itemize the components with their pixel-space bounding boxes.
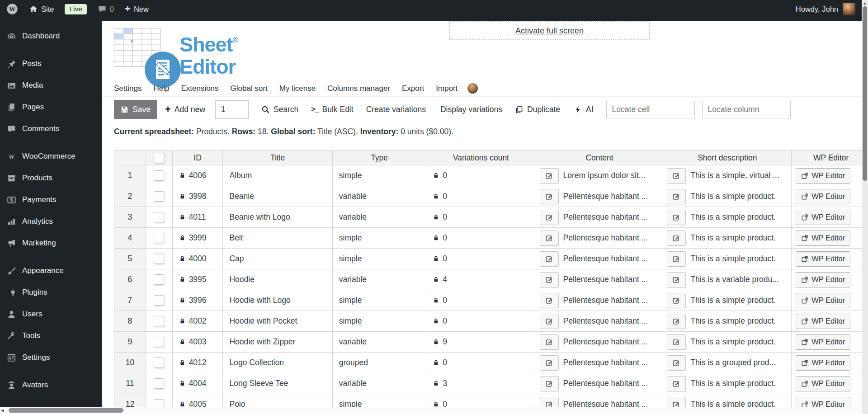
menu-item-my-license[interactable]: My license xyxy=(279,84,316,93)
sidebar-item-woocommerce[interactable]: WooCommerce xyxy=(0,146,102,167)
wp-editor-button[interactable]: WP Editor xyxy=(796,231,850,246)
cell-id[interactable]: 4006 xyxy=(172,165,223,186)
cell-title[interactable]: Long Sleeve Tee xyxy=(223,373,332,394)
cell-content[interactable]: Pellentesque habitant ... xyxy=(536,353,663,373)
edit-short-description-button[interactable] xyxy=(667,334,686,350)
cell-short-description[interactable]: This is a simple product. xyxy=(663,332,792,353)
sidebar-item-dashboard[interactable]: Dashboard xyxy=(0,25,102,47)
cell-variations[interactable]: 0 xyxy=(426,290,536,311)
cell-variations[interactable]: 0 xyxy=(426,353,536,373)
column-header-short-description[interactable]: Short description xyxy=(663,151,792,165)
wp-editor-button[interactable]: WP Editor xyxy=(796,168,850,183)
cell-short-description[interactable]: This is a simple product. xyxy=(663,373,792,394)
column-header-variations-count[interactable]: Variations count xyxy=(426,151,536,165)
edit-content-button[interactable] xyxy=(540,210,559,225)
edit-content-button[interactable] xyxy=(540,272,559,287)
cell-content[interactable]: Pellentesque habitant ... xyxy=(536,207,663,228)
wp-editor-button[interactable]: WP Editor xyxy=(796,189,850,204)
cell-title[interactable]: Hoodie with Logo xyxy=(223,290,332,311)
add-count-input[interactable] xyxy=(215,100,249,119)
new-menu[interactable]: + New xyxy=(125,5,149,14)
wp-editor-button[interactable]: WP Editor xyxy=(796,293,850,308)
search-button[interactable]: Search xyxy=(261,105,298,114)
cell-id[interactable]: 4012 xyxy=(172,353,223,373)
cell-type[interactable]: simple xyxy=(332,228,426,249)
row-checkbox[interactable] xyxy=(154,274,164,285)
column-header-id[interactable]: ID xyxy=(172,151,223,165)
cell-variations[interactable]: 0 xyxy=(426,228,536,249)
cell-content[interactable]: Lorem ipsum dolor sit... xyxy=(536,165,663,186)
cell-short-description[interactable]: This is a simple, virtual ... xyxy=(663,165,792,186)
edit-short-description-button[interactable] xyxy=(667,376,686,391)
up-arrow-icon[interactable]: ▲ xyxy=(862,0,868,6)
row-checkbox[interactable] xyxy=(154,233,164,243)
wp-editor-button[interactable]: WP Editor xyxy=(796,210,850,225)
edit-short-description-button[interactable] xyxy=(667,314,686,329)
cell-id[interactable]: 3996 xyxy=(172,290,223,311)
ai-button[interactable]: AI xyxy=(574,105,594,114)
column-header-rownum[interactable] xyxy=(114,151,146,165)
activate-fullscreen-link[interactable]: Activate full screen xyxy=(515,26,584,36)
menu-item-settings[interactable]: Settings xyxy=(114,84,142,93)
cell-title[interactable]: Beanie with Logo xyxy=(223,207,332,228)
row-checkbox[interactable] xyxy=(154,295,164,306)
menu-item-export[interactable]: Export xyxy=(402,84,424,93)
wp-editor-button[interactable]: WP Editor xyxy=(796,251,850,267)
cell-title[interactable]: Logo Collection xyxy=(223,353,332,373)
sidebar-item-tools[interactable]: Tools xyxy=(0,325,102,347)
menu-item-extensions[interactable]: Extensions xyxy=(181,84,218,93)
cell-short-description[interactable]: This is a simple product. xyxy=(663,249,792,269)
cell-title[interactable]: Hoodie with Pocket xyxy=(223,311,332,332)
edit-content-button[interactable] xyxy=(540,231,559,246)
duplicate-button[interactable]: Duplicate xyxy=(515,105,560,114)
column-header-wp-editor[interactable]: WP Editor xyxy=(792,151,862,165)
menu-item-import[interactable]: Import xyxy=(436,84,458,93)
row-checkbox[interactable] xyxy=(154,212,164,222)
row-checkbox[interactable] xyxy=(154,378,164,389)
row-checkbox[interactable] xyxy=(154,191,164,202)
sidebar-item-appearance[interactable]: Appearance xyxy=(0,260,102,282)
row-checkbox[interactable] xyxy=(154,337,164,347)
cell-type[interactable]: variable xyxy=(332,373,426,394)
account-avatar-small[interactable] xyxy=(467,83,478,94)
cell-title[interactable]: Hoodie with Zipper xyxy=(223,332,332,353)
cell-title[interactable]: Cap xyxy=(223,249,332,269)
cell-content[interactable]: Pellentesque habitant ... xyxy=(536,311,663,332)
row-checkbox[interactable] xyxy=(154,358,164,368)
edit-short-description-button[interactable] xyxy=(667,272,686,287)
wp-editor-button[interactable]: WP Editor xyxy=(796,334,850,350)
cell-short-description[interactable]: This is a grouped prod... xyxy=(663,353,792,373)
edit-short-description-button[interactable] xyxy=(667,355,686,371)
edit-content-button[interactable] xyxy=(540,168,559,183)
cell-variations[interactable]: 0 xyxy=(426,249,536,269)
edit-short-description-button[interactable] xyxy=(667,168,686,183)
cell-content[interactable]: Pellentesque habitant ... xyxy=(536,228,663,249)
sidebar-item-users[interactable]: Users xyxy=(0,303,102,325)
cell-id[interactable]: 4004 xyxy=(172,373,223,394)
locate-cell-input[interactable] xyxy=(606,101,695,118)
cell-id[interactable]: 4011 xyxy=(172,207,223,228)
cell-content[interactable]: Pellentesque habitant ... xyxy=(536,186,663,207)
column-header-title[interactable]: Title xyxy=(223,151,332,165)
row-checkbox[interactable] xyxy=(154,316,164,326)
sidebar-item-media[interactable]: Media xyxy=(0,75,102,96)
cell-title[interactable]: Hoodie xyxy=(223,269,332,290)
sidebar-item-settings[interactable]: Settings xyxy=(0,347,102,368)
edit-content-button[interactable] xyxy=(540,376,559,391)
save-button[interactable]: Save xyxy=(114,100,157,119)
cell-type[interactable]: simple xyxy=(332,165,426,186)
edit-content-button[interactable] xyxy=(540,251,559,267)
sidebar-item-products[interactable]: Products xyxy=(0,167,102,189)
sidebar-item-pages[interactable]: Pages xyxy=(0,96,102,118)
cell-variations[interactable]: 0 xyxy=(426,311,536,332)
cell-content[interactable]: Pellentesque habitant ... xyxy=(536,269,663,290)
menu-item-columns-manager[interactable]: Columns manager xyxy=(327,84,390,93)
edit-short-description-button[interactable] xyxy=(667,251,686,267)
cell-type[interactable]: simple xyxy=(332,290,426,311)
cell-type[interactable]: variable xyxy=(332,186,426,207)
select-all-checkbox[interactable] xyxy=(154,153,164,163)
cell-variations[interactable]: 3 xyxy=(426,373,536,394)
sidebar-item-marketing[interactable]: Marketing xyxy=(0,232,102,254)
cell-variations[interactable]: 0 xyxy=(426,207,536,228)
cell-content[interactable]: Pellentesque habitant ... xyxy=(536,290,663,311)
